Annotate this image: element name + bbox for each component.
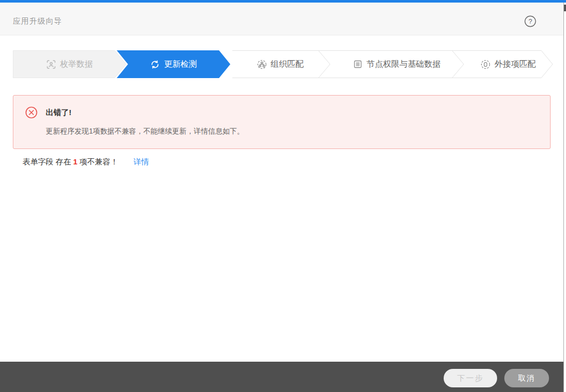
incompatibility-row: 表单字段 存在 1 项不兼容！详情 bbox=[23, 157, 149, 167]
step-label: 枚举数据 bbox=[60, 59, 93, 70]
page-title: 应用升级向导 bbox=[13, 16, 62, 26]
step-label: 更新检测 bbox=[164, 59, 197, 70]
dialog-footer: 下一步 取消 bbox=[0, 362, 566, 392]
step-external-item-match[interactable]: 外接项匹配 bbox=[464, 50, 553, 78]
step-node-permission[interactable]: 节点权限与基础数据 bbox=[330, 50, 464, 78]
error-message: 更新程序发现1项数据不兼容，不能继续更新，详情信息如下。 bbox=[46, 127, 244, 136]
incompatibility-text-suffix: 项不兼容！ bbox=[78, 157, 118, 166]
enum-data-icon bbox=[46, 60, 56, 69]
step-label: 外接项匹配 bbox=[495, 59, 536, 70]
error-banner: 出错了! 更新程序发现1项数据不兼容，不能继续更新，详情信息如下。 bbox=[13, 95, 551, 149]
org-match-icon bbox=[257, 60, 267, 69]
help-icon[interactable]: ? bbox=[524, 15, 536, 27]
external-item-icon bbox=[481, 60, 490, 69]
node-permission-icon bbox=[353, 60, 362, 69]
step-label: 节点权限与基础数据 bbox=[367, 59, 441, 70]
help-glyph: ? bbox=[528, 17, 532, 25]
next-button[interactable]: 下一步 bbox=[444, 369, 497, 387]
scrollbar[interactable] bbox=[563, 3, 566, 392]
incompatibility-text-prefix: 表单字段 存在 bbox=[23, 157, 73, 166]
detail-link[interactable]: 详情 bbox=[134, 157, 149, 166]
error-icon bbox=[25, 106, 38, 119]
step-update-check[interactable]: 更新检测 bbox=[117, 50, 230, 78]
cancel-button[interactable]: 取消 bbox=[504, 369, 549, 387]
incompatibility-count: 1 bbox=[73, 157, 77, 166]
wizard-steps: 枚举数据 更新检测 bbox=[13, 50, 553, 78]
step-label: 组织匹配 bbox=[271, 59, 304, 70]
scrollbar-thumb[interactable] bbox=[564, 5, 566, 11]
error-title: 出错了! bbox=[46, 108, 71, 118]
dialog-header: 应用升级向导 ? bbox=[0, 3, 566, 35]
step-enum-data[interactable]: 枚举数据 bbox=[13, 50, 126, 78]
refresh-icon bbox=[150, 60, 160, 69]
upgrade-wizard-dialog: 应用升级向导 ? bbox=[0, 0, 566, 392]
step-org-match[interactable]: 组织匹配 bbox=[230, 50, 330, 78]
